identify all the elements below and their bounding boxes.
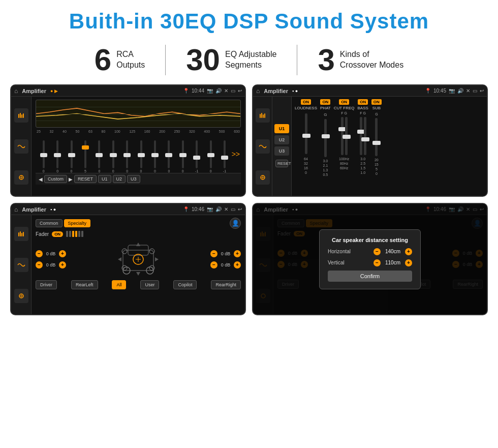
- screens-grid: ⌂ Amplifier ● ▶ 📍 10:44 📷 🔊 ✕ ▭ ↩: [0, 84, 498, 320]
- right-controls: − 0 dB + − 0 dB +: [210, 250, 241, 268]
- rl-plus-btn[interactable]: +: [59, 261, 66, 268]
- btn-rearright[interactable]: RearRight: [211, 280, 241, 289]
- svg-marker-31: [155, 257, 159, 261]
- home-icon-2[interactable]: ⌂: [256, 87, 260, 95]
- bass-on[interactable]: ON: [358, 99, 368, 105]
- minimize-icon-eq[interactable]: ▭: [231, 88, 235, 94]
- stat-text-rca-2: Outputs: [116, 60, 145, 71]
- fader-sidebar: [11, 215, 32, 314]
- minimize-icon-3[interactable]: ▭: [231, 206, 235, 212]
- btn-copilot[interactable]: Copilot: [173, 280, 197, 289]
- back-icon-3[interactable]: ↩: [238, 206, 242, 212]
- fader-sidebar-btn-2[interactable]: [14, 258, 28, 272]
- crossover-sidebar-btn-2[interactable]: [256, 139, 270, 154]
- vertical-label: Vertical: [328, 260, 345, 265]
- minimize-icon-2[interactable]: ▭: [473, 88, 477, 94]
- loudness-on[interactable]: ON: [301, 99, 311, 105]
- fader-top-bar: Common Specialty 👤: [36, 218, 241, 229]
- horizontal-row: Horizontal − 140cm +: [328, 248, 412, 255]
- fader-main: Common Specialty 👤 Fader ON: [32, 215, 245, 314]
- vertical-control: − 110cm +: [374, 259, 412, 266]
- volume-icon-2: 🔊: [457, 88, 463, 94]
- fl-db-value: 0 dB: [44, 251, 58, 256]
- close-icon-eq[interactable]: ✕: [224, 88, 228, 94]
- rr-plus-btn[interactable]: +: [234, 261, 241, 268]
- tab-common[interactable]: Common: [36, 219, 63, 227]
- col-cutfreq: ON CUT FREQ F G: [334, 99, 355, 193]
- speaker-grid: − 0 dB + − 0 dB +: [36, 240, 241, 278]
- cutfreq-on[interactable]: ON: [339, 99, 349, 105]
- fl-minus-btn[interactable]: −: [36, 250, 43, 257]
- camera-icon: 📷: [207, 88, 213, 94]
- crossover-sidebar-btn-3[interactable]: [256, 170, 270, 185]
- more-icon[interactable]: >>: [232, 150, 240, 158]
- btn-rearleft[interactable]: RearLeft: [71, 280, 98, 289]
- stats-row: 6 RCA Outputs 30 EQ Adjustable Segments …: [0, 40, 498, 84]
- col-phat: ON PHAT G 3.0 2.1 1.3 0.5: [320, 99, 331, 193]
- crossover-sidebar-btn-1[interactable]: [256, 108, 270, 123]
- crossover-reset-btn[interactable]: RESET: [275, 160, 288, 167]
- btn-user[interactable]: User: [140, 280, 159, 289]
- stat-crossover: 3 Kinds of Crossover Modes: [297, 45, 424, 75]
- fl-plus-btn[interactable]: +: [59, 250, 66, 257]
- tab-specialty[interactable]: Specialty: [64, 219, 91, 227]
- stat-text-rca-1: RCA: [116, 49, 145, 60]
- fader-status-icons: ▪ ●: [50, 207, 56, 212]
- rr-minus-btn[interactable]: −: [210, 261, 217, 268]
- eq-slider-13: 0: [204, 140, 217, 173]
- screen-fader: ⌂ Amplifier ▪ ● 📍 10:46 📷 🔊 ✕ ▭ ↩: [10, 203, 246, 315]
- fader-sidebar-btn-3[interactable]: [14, 289, 28, 303]
- eq-slider-6: 0: [106, 140, 120, 173]
- crossover-content: U1 U2 U3 RESET ON LOUDNESS: [253, 97, 487, 196]
- u3-button[interactable]: U3: [274, 146, 289, 156]
- eq-play-btn[interactable]: ▶: [69, 176, 73, 182]
- stat-text-eq-2: Segments: [225, 60, 276, 71]
- back-icon-2[interactable]: ↩: [480, 88, 484, 94]
- btn-driver[interactable]: Driver: [36, 280, 57, 289]
- eq-reset-btn[interactable]: RESET: [74, 175, 97, 183]
- eq-sidebar-btn-2[interactable]: [14, 139, 28, 154]
- rl-minus-btn[interactable]: −: [36, 261, 43, 268]
- horizontal-plus-btn[interactable]: +: [405, 248, 412, 255]
- horizontal-minus-btn[interactable]: −: [374, 248, 381, 255]
- back-icon-eq[interactable]: ↩: [238, 88, 242, 94]
- eq-u3-btn[interactable]: U3: [127, 175, 140, 183]
- profile-icon[interactable]: 👤: [230, 218, 241, 229]
- home-icon[interactable]: ⌂: [14, 87, 18, 95]
- svg-rect-17: [23, 232, 24, 236]
- crossover-sidebar: [253, 97, 272, 196]
- close-icon-2[interactable]: ✕: [466, 88, 470, 94]
- eq-u1-btn[interactable]: U1: [98, 175, 111, 183]
- distance-dialog-overlay: Car speaker distance setting Horizontal …: [253, 204, 487, 314]
- crossover-status-bar: ⌂ Amplifier ▪ ● 📍 10:45 📷 🔊 ✕ ▭ ↩: [253, 85, 487, 97]
- camera-icon-3: 📷: [207, 206, 213, 212]
- eq-sidebar-btn-3[interactable]: [14, 170, 28, 185]
- u1-button[interactable]: U1: [274, 124, 289, 133]
- eq-sidebar: [11, 97, 32, 196]
- dialog-title: Car speaker distance setting: [328, 237, 412, 243]
- vertical-plus-btn[interactable]: +: [405, 259, 412, 266]
- eq-slider-10: 0: [162, 140, 176, 173]
- u2-button[interactable]: U2: [274, 135, 289, 144]
- fader-on-pill[interactable]: ON: [52, 231, 63, 237]
- btn-all[interactable]: All: [112, 280, 126, 289]
- close-icon-3[interactable]: ✕: [224, 206, 228, 212]
- eq-prev-btn[interactable]: ◀: [39, 176, 43, 182]
- phat-on[interactable]: ON: [320, 99, 330, 105]
- eq-custom-btn[interactable]: Custom: [44, 175, 67, 183]
- svg-rect-7: [260, 114, 261, 118]
- eq-sidebar-btn-1[interactable]: [14, 108, 28, 123]
- fader-sidebar-btn-1[interactable]: [14, 227, 28, 241]
- crossover-status-icons: ▪ ●: [292, 88, 298, 94]
- db-control-rl: − 0 dB +: [36, 261, 66, 268]
- sub-on[interactable]: ON: [371, 99, 382, 105]
- location-icon-3: 📍: [183, 206, 189, 212]
- confirm-button[interactable]: Confirm: [328, 271, 412, 282]
- fr-minus-btn[interactable]: −: [210, 250, 217, 257]
- eq-u2-btn[interactable]: U2: [113, 175, 126, 183]
- vertical-minus-btn[interactable]: −: [374, 259, 381, 266]
- eq-slider-11: 0: [176, 140, 190, 173]
- home-icon-3[interactable]: ⌂: [14, 206, 18, 213]
- col-bass: ON BASS F G: [358, 99, 368, 193]
- fr-plus-btn[interactable]: +: [234, 250, 241, 257]
